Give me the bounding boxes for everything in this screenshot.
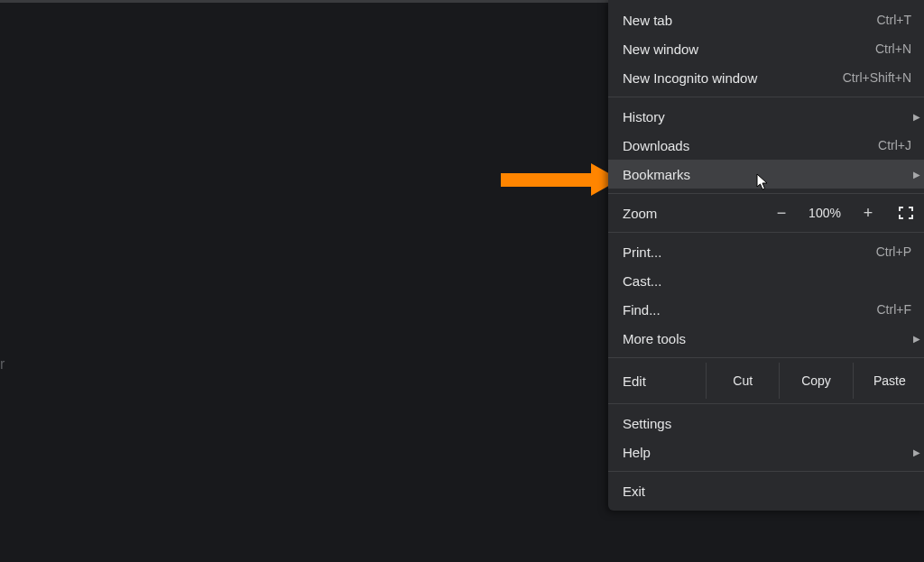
mouse-cursor-icon xyxy=(756,173,769,191)
page-background-text: r xyxy=(0,356,5,373)
minus-icon: − xyxy=(777,204,787,223)
menu-item-settings[interactable]: Settings xyxy=(608,409,924,438)
menu-item-find[interactable]: Find... Ctrl+F xyxy=(608,295,924,324)
menu-label: Settings xyxy=(623,416,671,431)
menu-item-new-window[interactable]: New window Ctrl+N xyxy=(608,34,924,63)
fullscreen-icon xyxy=(899,207,913,219)
menu-label: History xyxy=(623,109,665,124)
menu-label: Downloads xyxy=(623,138,689,153)
menu-label: Print... xyxy=(623,244,661,260)
submenu-arrow-icon: ▶ xyxy=(913,112,920,122)
menu-label: New tab xyxy=(623,13,672,28)
window-top-bar xyxy=(0,0,609,3)
menu-separator xyxy=(608,193,924,194)
menu-separator xyxy=(608,357,924,358)
menu-shortcut: Ctrl+F xyxy=(877,302,912,317)
submenu-arrow-icon: ▶ xyxy=(913,170,920,180)
menu-label: New window xyxy=(623,41,698,57)
menu-shortcut: Ctrl+J xyxy=(878,138,911,152)
menu-item-print[interactable]: Print... Ctrl+P xyxy=(608,237,924,266)
menu-item-history[interactable]: History ▶ xyxy=(608,102,924,131)
zoom-out-button[interactable]: − xyxy=(763,198,799,227)
submenu-arrow-icon: ▶ xyxy=(913,334,920,344)
menu-item-help[interactable]: Help ▶ xyxy=(608,438,924,466)
plus-icon: + xyxy=(864,204,873,223)
menu-separator xyxy=(608,97,924,97)
annotation-arrow xyxy=(501,163,623,196)
zoom-value: 100% xyxy=(799,206,850,220)
menu-separator xyxy=(608,471,924,472)
edit-paste-button[interactable]: Paste xyxy=(854,363,924,399)
zoom-in-button[interactable]: + xyxy=(850,198,886,227)
menu-label: Exit xyxy=(623,484,645,499)
menu-shortcut: Ctrl+Shift+N xyxy=(843,70,911,85)
edit-cut-button[interactable]: Cut xyxy=(707,363,779,399)
menu-item-new-tab[interactable]: New tab Ctrl+T xyxy=(608,5,924,34)
submenu-arrow-icon: ▶ xyxy=(913,447,920,457)
menu-item-cast[interactable]: Cast... xyxy=(608,266,924,295)
edit-copy-button[interactable]: Copy xyxy=(780,363,852,399)
menu-label: Find... xyxy=(623,302,661,318)
menu-shortcut: Ctrl+N xyxy=(875,41,911,56)
menu-item-zoom: Zoom − 100% + xyxy=(608,198,924,227)
menu-item-more-tools[interactable]: More tools ▶ xyxy=(608,324,924,353)
browser-main-menu: New tab Ctrl+T New window Ctrl+N New Inc… xyxy=(608,0,924,511)
menu-shortcut: Ctrl+P xyxy=(876,244,911,259)
menu-label: More tools xyxy=(623,331,686,346)
edit-label: Edit xyxy=(608,373,706,389)
menu-separator xyxy=(608,403,924,404)
menu-label: New Incognito window xyxy=(623,70,757,86)
menu-label: Help xyxy=(623,445,651,460)
menu-item-downloads[interactable]: Downloads Ctrl+J xyxy=(608,131,924,160)
menu-shortcut: Ctrl+T xyxy=(877,13,912,27)
menu-item-edit: Edit Cut Copy Paste xyxy=(608,363,924,399)
menu-separator xyxy=(608,232,924,233)
menu-label: Bookmarks xyxy=(623,167,690,182)
menu-item-exit[interactable]: Exit xyxy=(608,476,924,505)
zoom-label: Zoom xyxy=(623,206,763,221)
fullscreen-button[interactable] xyxy=(886,198,924,227)
menu-item-new-incognito[interactable]: New Incognito window Ctrl+Shift+N xyxy=(608,63,924,92)
menu-label: Cast... xyxy=(623,273,661,289)
